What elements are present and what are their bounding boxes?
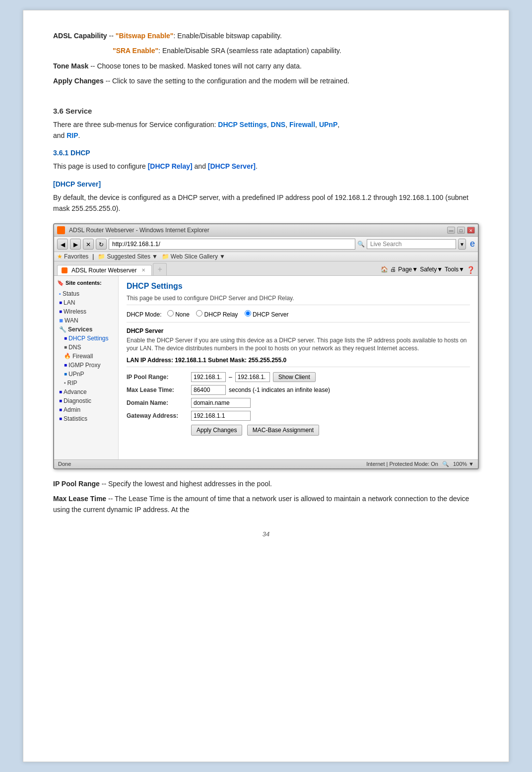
subsection-361-desc: This page is used to configure [DHCP Rel… <box>53 161 479 172</box>
sidebar-item-firewall[interactable]: 🔥 Firewall <box>62 352 115 361</box>
suggested-sites-button[interactable]: 📁 Suggested Sites ▼ <box>98 253 157 260</box>
max-lease-time-desc-block: Max Lease Time -- The Lease Time is the … <box>53 493 479 515</box>
zoom-dropdown-icon[interactable]: ▼ <box>468 461 474 467</box>
status-left: Done <box>58 461 71 467</box>
ip-pool-range-desc-text: -- Specify the lowest and highest addres… <box>100 480 272 488</box>
gateway-input[interactable] <box>191 411 251 421</box>
back-button[interactable]: ◀ <box>57 239 68 250</box>
mac-base-assignment-button[interactable]: MAC-Base Assignment <box>247 425 319 436</box>
adsl-tab[interactable]: ADSL Router Webserver ✕ <box>57 265 152 275</box>
sidebar-dhcp-icon: ■ <box>64 335 67 341</box>
dhcp-relay-radio[interactable] <box>196 310 202 317</box>
gateway-address-row: Gateway Address: <box>127 411 470 421</box>
section-desc-before: There are three sub-menus for Service co… <box>53 121 218 129</box>
new-tab-button[interactable]: + <box>153 263 166 275</box>
bitswap-link: "Bitswap Enable" <box>116 32 174 40</box>
dhcp-server-body: By default, the device is configured as … <box>53 192 479 214</box>
browser-content-area: 🔖 Site contents: ▪ Status ■ LAN ■ Wirele… <box>54 276 478 459</box>
minimize-button[interactable]: — <box>447 227 455 234</box>
safety-menu-button[interactable]: Safety▼ <box>420 266 443 274</box>
domain-name-label: Domain Name: <box>127 399 191 406</box>
sra-desc: : Enable/Disable SRA (seamless rate adap… <box>158 47 341 55</box>
address-bar[interactable] <box>109 239 355 250</box>
sidebar-item-dns[interactable]: ■ DNS <box>62 343 115 352</box>
page-menu-button[interactable]: Page▼ <box>398 266 418 274</box>
max-lease-input[interactable] <box>191 385 226 395</box>
domain-name-input[interactable] <box>191 398 251 408</box>
print-icon[interactable]: 🖨 <box>390 266 396 274</box>
lan-info: LAN IP Address: 192.168.1.1 Subnet Mask:… <box>127 357 470 367</box>
apply-changes-button[interactable]: Apply Changes <box>191 425 242 436</box>
sra-link: "SRA Enable" <box>113 47 158 55</box>
sidebar-item-wireless[interactable]: ■ Wireless <box>57 307 115 316</box>
browser-main-content: DHCP Settings This page be used to confi… <box>119 276 478 459</box>
show-client-button[interactable]: Show Client <box>273 372 316 382</box>
folder-icon-suggested: 📁 <box>98 253 105 260</box>
action-buttons: Apply Changes MAC-Base Assignment <box>191 425 319 436</box>
zoom-icon: 🔍 <box>442 461 449 467</box>
page-container: ADSL Capability -- "Bitswap Enable": Ena… <box>23 10 509 762</box>
sidebar-item-admin[interactable]: ■ Admin <box>57 405 115 414</box>
dhcp-relay-link: [DHCP Relay] <box>148 162 193 170</box>
chevron-tools: ▼ <box>459 266 465 273</box>
browser-title-text: ADSL Router Webserver - Windows Internet… <box>69 227 209 234</box>
dhcp-relay-label[interactable]: DHCP Relay <box>196 311 240 318</box>
folder-icon-gallery: 📁 <box>162 253 169 260</box>
forward-button[interactable]: ▶ <box>70 239 81 250</box>
dhcp-none-label[interactable]: None <box>167 311 191 318</box>
sidebar-igmp-icon: ■ <box>64 362 67 368</box>
tab-close-icon[interactable]: ✕ <box>141 267 145 273</box>
dhcp-none-radio[interactable] <box>167 310 174 317</box>
dhcp-settings-desc: This page be used to configure DHCP Serv… <box>127 295 470 305</box>
chevron-page: ▼ <box>412 266 418 273</box>
sidebar-item-rip[interactable]: ▪ RIP <box>62 379 115 387</box>
lan-info-text: LAN IP Address: 192.168.1.1 Subnet Mask:… <box>127 357 286 364</box>
ip-pool-start-input[interactable] <box>191 372 226 382</box>
refresh-button[interactable]: ↻ <box>96 239 107 250</box>
dhcp-mode-radio-group: None DHCP Relay DHCP Server <box>167 311 289 318</box>
stop-button[interactable]: ✕ <box>83 239 94 250</box>
sidebar-item-statistics[interactable]: ■ Statistics <box>57 414 115 423</box>
sidebar-item-services[interactable]: 🔧 Services <box>57 325 115 334</box>
search-button[interactable]: ▼ <box>458 239 466 250</box>
apply-changes-block: Apply Changes -- Click to save the setti… <box>53 75 479 86</box>
sidebar-item-igmp[interactable]: ■ IGMP Proxy <box>62 361 115 370</box>
bookmark-icon: 🔖 <box>57 280 64 286</box>
sidebar-item-diagnostic[interactable]: ■ Diagnostic <box>57 396 115 405</box>
dhcp-server-radio[interactable] <box>245 310 251 317</box>
search-input[interactable] <box>367 239 456 249</box>
dhcp-server-label[interactable]: DHCP Server <box>245 311 289 318</box>
sidebar-status-icon: ▪ <box>59 291 61 297</box>
star-icon: ★ <box>57 253 63 260</box>
sidebar-item-status[interactable]: ▪ Status <box>57 289 115 298</box>
sidebar-lan-icon: ■ <box>59 300 62 305</box>
sidebar-item-dhcp-settings[interactable]: ■ DHCP Settings <box>62 334 115 343</box>
dhcp-server-link: [DHCP Server] <box>208 162 256 170</box>
tools-menu-button[interactable]: Tools▼ <box>445 266 465 274</box>
max-lease-time-desc-label: Max Lease Time <box>53 495 106 503</box>
close-button[interactable]: ✕ <box>467 227 475 234</box>
browser-app-icon <box>57 226 65 234</box>
search-area: 🔍 ▼ <box>357 239 466 250</box>
ip-pool-end-input[interactable] <box>235 372 270 382</box>
sidebar-stats-icon: ■ <box>59 416 62 421</box>
sidebar-services-icon: 🔧 <box>59 326 66 333</box>
favorites-button[interactable]: ★ Favorites <box>57 253 88 260</box>
ip-pool-dash: – <box>229 374 232 381</box>
browser-titlebar: ADSL Router Webserver - Windows Internet… <box>54 224 478 237</box>
maximize-button[interactable]: □ <box>457 227 465 234</box>
sidebar-item-wan[interactable]: ◼ WAN <box>57 316 115 325</box>
ip-pool-range-value: – Show Client <box>191 372 316 382</box>
dhcp-settings-title: DHCP Settings <box>127 282 470 291</box>
web-slice-gallery-button[interactable]: 📁 Web Slice Gallery ▼ <box>162 253 225 260</box>
gateway-address-value <box>191 411 251 421</box>
chevron-down-icon-gallery: ▼ <box>219 253 225 260</box>
help-icon[interactable]: ❓ <box>466 266 475 274</box>
ip-pool-range-desc-block: IP Pool Range -- Specify the lowest and … <box>53 478 479 489</box>
sidebar-item-advance[interactable]: ■ Advance <box>57 387 115 396</box>
home-icon[interactable]: 🏠 <box>381 266 388 274</box>
sidebar-wan-icon: ◼ <box>59 318 63 323</box>
max-lease-time-desc-text: -- The Lease Time is the amount of time … <box>53 495 469 514</box>
sidebar-item-upnp[interactable]: ■ UPnP <box>62 370 115 379</box>
sidebar-item-lan[interactable]: ■ LAN <box>57 298 115 307</box>
